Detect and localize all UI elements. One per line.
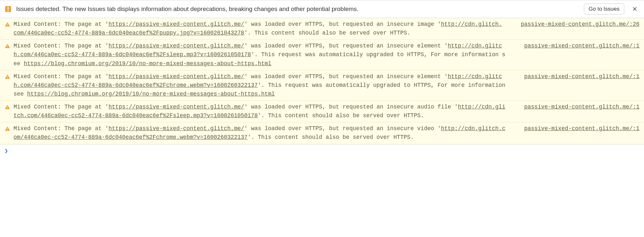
source-link[interactable]: passive-mixed-content.glitch.me/:1 bbox=[524, 103, 639, 111]
warning-icon bbox=[5, 104, 10, 110]
svg-rect-4 bbox=[7, 26, 8, 26]
warning-icon bbox=[5, 74, 10, 80]
warning-message: Mixed Content: The page at 'https://pass… bbox=[14, 42, 508, 68]
issues-banner-text: Issues detected. The new Issues tab disp… bbox=[16, 5, 579, 13]
warning-message: Mixed Content: The page at 'https://pass… bbox=[14, 103, 508, 120]
more-info-link[interactable]: https://blog.chromium.org/2019/10/no-mor… bbox=[27, 91, 275, 97]
warning-message: Mixed Content: The page at 'https://pass… bbox=[14, 20, 504, 37]
page-url-link[interactable]: https://passive-mixed-content.glitch.me/ bbox=[109, 104, 244, 110]
warning-icon bbox=[5, 126, 10, 132]
console-warning-row: Mixed Content: The page at 'https://pass… bbox=[0, 122, 644, 144]
svg-rect-8 bbox=[7, 77, 8, 78]
svg-rect-10 bbox=[7, 108, 8, 109]
source-link[interactable]: passive-mixed-content.glitch.me/:1 bbox=[524, 42, 639, 50]
page-url-link[interactable]: https://passive-mixed-content.glitch.me/ bbox=[109, 125, 244, 132]
resource-url-link[interactable]: http://cdn.glitch.com/446ca0ec-cc52-4774… bbox=[14, 125, 505, 140]
svg-rect-1 bbox=[7, 7, 8, 10]
page-url-link[interactable]: https://passive-mixed-content.glitch.me/ bbox=[109, 21, 244, 27]
close-icon[interactable]: ✕ bbox=[629, 6, 639, 12]
svg-rect-3 bbox=[7, 24, 8, 25]
warning-message: Mixed Content: The page at 'https://pass… bbox=[14, 124, 508, 142]
console-prompt[interactable]: ❯ bbox=[0, 144, 644, 157]
prompt-chevron-icon: ❯ bbox=[5, 147, 8, 154]
source-link[interactable]: passive-mixed-content.glitch.me/:1 bbox=[524, 72, 639, 81]
resource-url-link[interactable]: http://cdn.glitch.com/446ca0ec-cc52-4774… bbox=[14, 73, 502, 88]
svg-rect-7 bbox=[7, 76, 8, 77]
console-warning-row: Mixed Content: The page at 'https://pass… bbox=[0, 40, 644, 70]
svg-rect-6 bbox=[7, 47, 8, 48]
source-link[interactable]: passive-mixed-content.glitch.me/:1 bbox=[524, 124, 639, 133]
console-log: Mixed Content: The page at 'https://pass… bbox=[0, 18, 644, 144]
resource-url-link[interactable]: http://cdn.glitch.com/446ca0ec-cc52-4774… bbox=[14, 104, 505, 119]
resource-url-link[interactable]: http://cdn.glitch.com/446ca0ec-cc52-4774… bbox=[14, 43, 502, 58]
console-warning-row: Mixed Content: The page at 'https://pass… bbox=[0, 18, 644, 40]
warning-icon bbox=[5, 43, 10, 49]
issues-icon bbox=[5, 5, 12, 13]
resource-url-link[interactable]: http://cdn.glitch.com/446ca0ec-cc52-4774… bbox=[14, 21, 502, 36]
source-link[interactable]: passive-mixed-content.glitch.me/:26 bbox=[521, 20, 639, 29]
page-url-link[interactable]: https://passive-mixed-content.glitch.me/ bbox=[109, 43, 244, 49]
warning-message: Mixed Content: The page at 'https://pass… bbox=[14, 72, 508, 98]
svg-rect-2 bbox=[7, 10, 8, 11]
warning-icon bbox=[5, 22, 10, 27]
console-warning-row: Mixed Content: The page at 'https://pass… bbox=[0, 70, 644, 101]
issues-banner: Issues detected. The new Issues tab disp… bbox=[0, 0, 644, 18]
go-to-issues-button[interactable]: Go to Issues bbox=[584, 4, 624, 15]
console-warning-row: Mixed Content: The page at 'https://pass… bbox=[0, 101, 644, 122]
svg-rect-9 bbox=[7, 106, 8, 108]
svg-rect-12 bbox=[7, 130, 8, 130]
svg-rect-11 bbox=[7, 128, 8, 129]
svg-rect-5 bbox=[7, 45, 8, 47]
more-info-link[interactable]: https://blog.chromium.org/2019/10/no-mor… bbox=[24, 60, 272, 67]
page-url-link[interactable]: https://passive-mixed-content.glitch.me/ bbox=[109, 73, 244, 80]
